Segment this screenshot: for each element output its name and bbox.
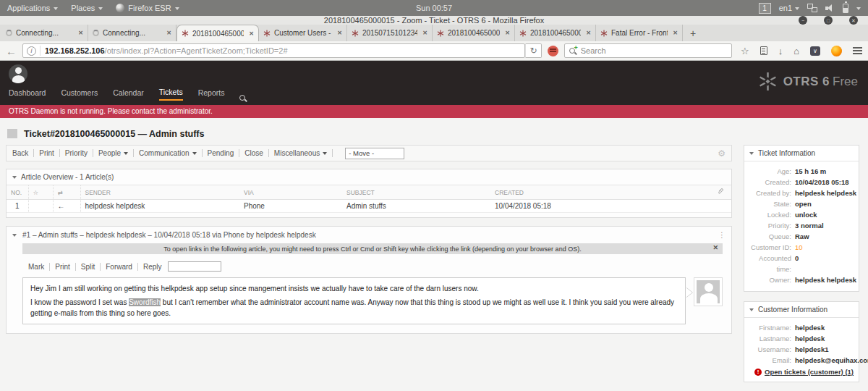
customer-information-header[interactable]: Customer Information (744, 302, 859, 318)
speech-bubble-pointer (686, 287, 692, 298)
tab-close-icon[interactable]: ✕ (671, 30, 678, 36)
action-close[interactable]: Close (244, 149, 263, 157)
tab-ticket-zoom-active[interactable]: 2018100465000015 -... ✕ (176, 25, 259, 41)
nav-tickets[interactable]: Tickets (159, 88, 183, 101)
hamburger-menu-icon[interactable] (853, 47, 862, 49)
direction-column-icon[interactable]: ⇄ (53, 185, 80, 200)
star-column-icon[interactable]: ☆ (28, 185, 53, 200)
action-miscellaneous-menu[interactable]: Miscellaneous (274, 149, 327, 157)
tab-close-icon[interactable]: ✕ (165, 30, 171, 36)
col-via[interactable]: VIA (239, 185, 342, 200)
pocket-icon[interactable]: ∨ (810, 46, 820, 56)
logo-text-light: Free (833, 75, 858, 88)
action-back[interactable]: Back (12, 149, 28, 157)
tab-close-icon[interactable]: ✕ (336, 30, 342, 36)
page-content: Ticket#2018100465000015 — Admin stuffs B… (0, 118, 868, 391)
article-overview-header[interactable]: Article Overview - 1 Article(s) (7, 169, 731, 185)
reload-button[interactable]: ↻ (525, 43, 542, 58)
article-action-reply[interactable]: Reply (143, 263, 162, 271)
article-subject: Admin stuffs (342, 200, 490, 213)
ticket-information-header[interactable]: Ticket Information (744, 146, 859, 161)
tab-close-icon[interactable]: ✕ (503, 30, 510, 36)
customer-id-link[interactable]: 10 (795, 242, 803, 253)
tab-connecting-2[interactable]: Connecting... ✕ (88, 25, 176, 41)
move-queue-input[interactable] (345, 148, 404, 159)
settings-gear-icon[interactable]: ⚙ (718, 148, 726, 159)
agent-avatar[interactable] (9, 64, 27, 83)
chevron-down-icon (124, 152, 128, 155)
url-path: /otrs/index.pl?Action=AgentTicketZoom;Ti… (105, 46, 288, 55)
search-bar[interactable]: + (564, 43, 732, 58)
action-communication-menu[interactable]: Communication (139, 149, 196, 157)
workspace-indicator[interactable]: 1 (759, 3, 771, 14)
tab-close-icon[interactable]: ✕ (421, 30, 427, 36)
collapse-triangle-icon[interactable] (12, 234, 17, 237)
extension-icon[interactable] (548, 46, 558, 56)
action-pending[interactable]: Pending (208, 149, 234, 157)
clock[interactable]: Sun 00:57 (0, 4, 868, 12)
bookmark-star-icon[interactable]: ☆ (741, 46, 749, 56)
open-tickets-link[interactable]: Open tickets (customer) (1) (765, 368, 854, 376)
state-value: open (795, 198, 812, 209)
tab-customer-users[interactable]: Customer Users - Cus... ✕ (259, 25, 347, 41)
tab-ticket-2018-b[interactable]: 2018100465000015 -... ✕ (515, 25, 596, 41)
volume-muted-icon[interactable] (825, 4, 835, 12)
action-priority[interactable]: Priority (65, 149, 88, 157)
nav-calendar[interactable]: Calendar (113, 88, 144, 100)
nav-customers[interactable]: Customers (61, 88, 98, 100)
firefox-account-icon[interactable] (831, 46, 842, 56)
col-no[interactable]: NO. (7, 185, 28, 200)
article-action-split[interactable]: Split (81, 263, 95, 271)
search-input[interactable] (581, 46, 727, 55)
otrs-favicon (519, 30, 527, 37)
article-overview-widget: Article Overview - 1 Article(s) NO. ☆ ⇄ … (6, 169, 732, 218)
otrs-favicon (182, 30, 189, 37)
article-detail-widget: #1 – Admin stuffs – helpdesk helpdesk – … (6, 226, 732, 334)
otrs-favicon (352, 30, 359, 37)
tab-ticket-2018-a[interactable]: 2018100465000015 -... ✕ (433, 25, 515, 41)
reply-template-input[interactable] (168, 261, 221, 272)
tab-ticket-2015[interactable]: 2015071510123456 -... ✕ (347, 25, 433, 41)
page-info-icon[interactable]: i (27, 46, 36, 56)
article-created: 10/04/2018 05:18 (490, 200, 712, 213)
tab-close-icon[interactable]: ✕ (584, 30, 591, 36)
article-row[interactable]: 1 ← helpdesk helpdesk Phone Admin stuffs… (7, 200, 731, 213)
article-action-forward[interactable]: Forward (106, 263, 132, 271)
system-menu-chevron-icon[interactable] (856, 7, 861, 10)
back-button[interactable]: ← (6, 46, 17, 56)
email-value: helpdesk@equihax.com (795, 355, 868, 366)
notice-close-icon[interactable]: ✕ (712, 244, 718, 251)
tab-fatal-error[interactable]: Fatal Error - Frontend... ✕ (596, 25, 683, 41)
battery-icon[interactable] (843, 4, 848, 13)
article-header-label: #1 – Admin stuffs – helpdesk helpdesk – … (22, 231, 316, 239)
close-button[interactable]: ✕ (849, 16, 858, 25)
action-people-menu[interactable]: People (98, 149, 128, 157)
action-print[interactable]: Print (39, 149, 54, 157)
col-created[interactable]: CREATED (490, 185, 712, 200)
tab-close-icon[interactable]: ✕ (247, 30, 254, 37)
keyboard-layout-indicator[interactable]: en1 (779, 4, 799, 12)
nav-reports[interactable]: Reports (198, 88, 225, 100)
col-sender[interactable]: SENDER (80, 185, 239, 200)
person-icon (697, 280, 720, 303)
home-icon[interactable]: ⌂ (793, 46, 799, 56)
search-icon: + (569, 47, 577, 55)
library-icon[interactable] (760, 46, 767, 55)
tab-connecting-1[interactable]: Connecting... ✕ (1, 25, 88, 41)
network-icon[interactable] (807, 4, 817, 12)
new-tab-button[interactable]: + (683, 28, 703, 41)
tab-close-icon[interactable]: ✕ (77, 30, 83, 36)
otrs-favicon (600, 30, 608, 37)
attachment-column-icon (712, 185, 731, 200)
article-info-icon[interactable]: ⋮ (718, 231, 726, 239)
minimize-button[interactable]: − (799, 16, 807, 25)
otrs-logo: OTRS 6Free (758, 72, 858, 91)
col-subject[interactable]: SUBJECT (342, 185, 490, 200)
url-bar[interactable]: i 192.168.252.106/otrs/index.pl?Action=A… (22, 43, 525, 58)
article-action-mark[interactable]: Mark (28, 263, 44, 271)
maximize-button[interactable]: □ (824, 16, 833, 25)
downloads-icon[interactable]: ↓ (778, 46, 783, 56)
paperclip-icon (717, 188, 724, 196)
nav-dashboard[interactable]: Dashboard (9, 88, 46, 100)
article-action-print[interactable]: Print (55, 263, 70, 271)
